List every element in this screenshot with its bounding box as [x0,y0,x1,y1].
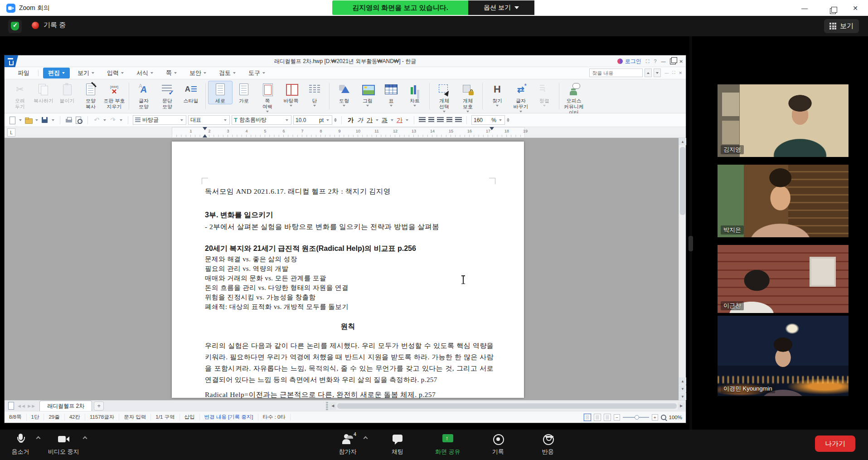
menu-검토[interactable]: 검토 [214,68,241,78]
save-icon[interactable] [41,116,49,124]
toolbar-objselect-button[interactable]: 개체선택 [432,81,456,113]
chevron-up-icon[interactable] [36,436,41,441]
find-next-button[interactable] [654,69,661,77]
toolbar-participants-button[interactable]: 4참가자 [335,432,360,456]
toolbar-parashape-button[interactable]: 문단모양 [155,81,179,110]
magnifier-icon[interactable] [661,415,666,420]
toolbar-comm-button[interactable]: 오피스커뮤니케이터 [562,81,586,116]
find-previous-button[interactable] [645,69,652,77]
view-options-button[interactable]: 옵션 보기 [468,0,534,15]
tab-type-button[interactable] [7,128,15,137]
right-margin-marker[interactable] [490,127,494,130]
new-document-icon[interactable] [8,116,16,124]
vertical-scroll-thumb[interactable] [680,147,685,215]
zoom-slider[interactable] [623,417,649,418]
zoom-slider-knob[interactable] [635,415,639,420]
spread-view-button[interactable] [594,414,601,421]
toolbar-reactions-button[interactable]: 반응 [536,432,560,456]
toolbar-master-button[interactable]: 바탕쪽 [279,81,303,107]
toolbar-copy-button[interactable]: 복사하기 [32,81,55,104]
ribbon-expand-icon[interactable] [672,70,675,75]
participant-video[interactable]: 김지영 [718,84,849,157]
open-icon[interactable] [24,116,33,124]
menu-서식[interactable]: 서식 [131,68,158,78]
page-up-button[interactable]: ▲ [679,377,686,385]
ribbon-minimize-icon[interactable] [664,71,669,75]
login-button[interactable]: 로그인 [617,58,641,65]
document-page[interactable]: 독서모임 AND 2021.6.17. 래디컬 헬프 2차 : 책지기 김지영 … [172,142,524,398]
toolbar-pg-button[interactable]: 세로 [209,81,232,104]
ribbon-close-icon[interactable] [679,71,682,75]
char-attr-button[interactable]: 가 [395,116,404,125]
char-attr-button[interactable]: 과 [380,116,389,125]
toolbar-picture-button[interactable]: 그림 [356,81,379,107]
chevron-up-icon[interactable] [364,436,368,441]
menu-보기[interactable]: 보기 [73,68,99,78]
panel-divider[interactable] [689,36,692,430]
toolbar-chart-button[interactable]: 차트 [403,81,427,107]
toolbar-objprotect-button[interactable]: 개체보호 [456,81,480,113]
scroll-up-button[interactable]: ▲ [679,138,686,145]
font-size-spinner[interactable] [334,118,337,122]
left-margin-marker[interactable] [203,134,207,137]
dropdown-icon[interactable] [52,119,54,121]
align-justify-icon[interactable] [419,117,426,123]
scroll-right-button[interactable]: ▶ [678,402,685,410]
toolbar-paste-button[interactable]: 붙이기 [55,81,79,104]
menu-파일[interactable]: 파일 [13,68,34,78]
participant-video[interactable]: 이근찬 [718,245,849,313]
scroll-left-button[interactable]: ◀ [329,402,336,410]
font-size-combo[interactable]: 10.0 pt [293,115,332,125]
dropdown-icon[interactable] [120,119,122,121]
toolbar-margin-button[interactable]: 쪽여백 [256,81,279,113]
dropdown-icon[interactable] [19,119,22,121]
hwp-minimize-button[interactable] [661,59,666,64]
toolbar-mic-button[interactable]: 음소거 [8,432,33,456]
toolbar-shapes-button[interactable]: 도형 [332,81,356,107]
toolbar-table-button[interactable]: 표 [379,81,403,107]
align-left-icon[interactable] [428,117,434,123]
find-input[interactable] [589,69,643,77]
dropdown-icon[interactable] [35,119,38,121]
toolbar-video-button[interactable]: 비디오 중지 [48,432,79,456]
horizontal-scroll-thumb[interactable] [337,403,677,409]
char-attr-button[interactable]: 가 [365,116,374,125]
align-distribute-icon[interactable] [455,117,462,123]
page-view-button[interactable] [584,414,591,421]
menu-도구[interactable]: 도구 [243,68,270,78]
close-button[interactable] [843,0,868,16]
hwp-close-button[interactable] [679,59,683,64]
security-shield-icon[interactable] [8,20,22,33]
print-icon[interactable] [65,116,73,124]
zoom-out-button[interactable]: − [614,414,620,421]
toolbar-sort-button[interactable]: 정렬 [533,81,556,107]
menu-보안[interactable]: 보안 [184,68,211,78]
vertical-scrollbar[interactable]: ▲ ▲ ▼ ▼ [679,138,686,400]
line-spacing-spinner[interactable] [507,118,509,122]
toolbar-record-button[interactable]: 기록 [486,432,510,456]
align-center-icon[interactable] [437,117,444,123]
chevron-up-icon[interactable] [82,436,87,441]
horizontal-scrollbar[interactable]: ◀ ▶ [329,402,685,410]
char-attr-button[interactable]: 가 [346,116,355,125]
minimize-button[interactable] [792,0,817,16]
toolbar-pg-button[interactable]: 가로 [232,81,256,104]
menu-편집[interactable]: 편집 [43,68,70,78]
toolbar-columns-button[interactable]: 단 [303,81,326,107]
toolbar-replace-button[interactable]: 글자바꾸기 [509,81,533,113]
help-icon[interactable] [654,59,656,64]
leave-button[interactable]: 나가기 [815,436,855,452]
add-tab-button[interactable]: + [94,401,104,411]
participant-video[interactable]: 이경민 Kyoungmin [718,316,849,396]
zoom-in-button[interactable]: + [652,414,658,421]
toolbar-style-button[interactable]: 스타일 [179,81,203,104]
toolbar-charshape-button[interactable]: 글자모양 [132,81,155,110]
restore-button[interactable] [817,0,843,16]
indent-marker[interactable] [203,127,207,130]
fit-view-button[interactable] [604,414,611,421]
font-combo[interactable]: T 함초롬바탕 [232,115,291,125]
toolbar-delmark-button[interactable]: 조판 부호지우기 [102,81,126,110]
fullscreen-icon[interactable] [646,59,650,64]
toolbar-chat-button[interactable]: 채팅 [385,432,410,456]
print-preview-icon[interactable] [75,116,83,124]
